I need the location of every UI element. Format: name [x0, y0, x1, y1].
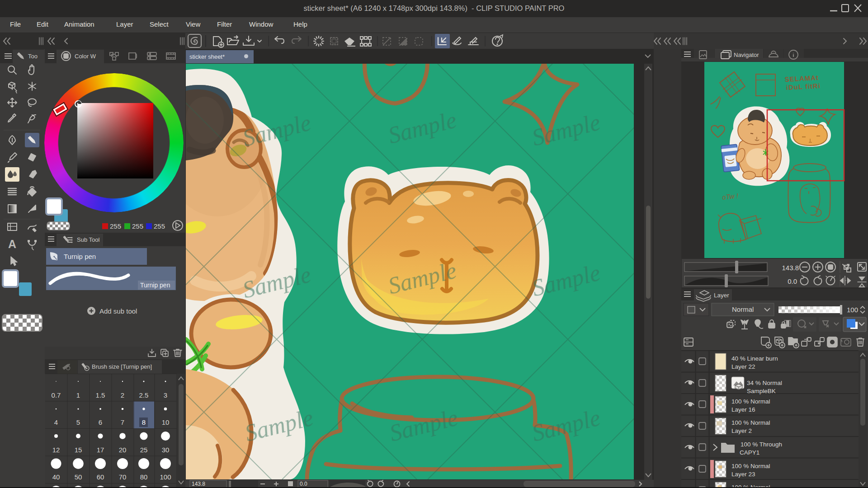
- svg-text:143.8: 143.8: [782, 264, 799, 272]
- svg-text:100: 100: [160, 473, 171, 481]
- svg-text:255: 255: [132, 222, 143, 230]
- svg-text:1: 1: [76, 391, 80, 399]
- svg-text:A: A: [8, 238, 16, 250]
- svg-text:12: 12: [52, 446, 60, 454]
- svg-text:50: 50: [75, 473, 82, 481]
- svg-text:8: 8: [142, 418, 146, 426]
- svg-text:255: 255: [154, 222, 165, 230]
- svg-text:Turnip pen: Turnip pen: [140, 282, 170, 289]
- svg-text:100 % Normal: 100 % Normal: [731, 463, 770, 469]
- svg-text:Add sub tool: Add sub tool: [99, 307, 137, 315]
- svg-text:Layer 22: Layer 22: [731, 363, 755, 370]
- svg-text:Turnip pen: Turnip pen: [64, 253, 96, 260]
- svg-text:80: 80: [140, 473, 148, 481]
- svg-text:15: 15: [75, 446, 82, 454]
- svg-text:5: 5: [76, 418, 80, 426]
- svg-text:100: 100: [847, 306, 858, 314]
- svg-text:2.5: 2.5: [139, 391, 149, 399]
- svg-text:Layer 23: Layer 23: [731, 471, 755, 478]
- svg-text:30: 30: [162, 446, 170, 454]
- svg-text:Navigator: Navigator: [734, 52, 759, 58]
- svg-text:0.7: 0.7: [52, 391, 61, 399]
- svg-text:2: 2: [121, 391, 124, 399]
- svg-text:CAPY1: CAPY1: [740, 449, 760, 456]
- svg-text:Sub Tool: Sub Tool: [77, 236, 99, 243]
- svg-text:Sample: Sample: [529, 109, 603, 150]
- svg-text:4: 4: [54, 418, 58, 426]
- svg-text:Brush size [Turnip pen]: Brush size [Turnip pen]: [92, 363, 152, 370]
- svg-text:17: 17: [97, 446, 104, 454]
- svg-text:Layer: Layer: [714, 292, 729, 299]
- svg-text:7: 7: [121, 418, 124, 426]
- svg-text:Sample: Sample: [387, 404, 460, 446]
- svg-text:1.5: 1.5: [96, 391, 105, 399]
- svg-text:Normal: Normal: [732, 305, 754, 313]
- svg-text:100 % Normal: 100 % Normal: [731, 398, 770, 405]
- svg-text:70: 70: [119, 473, 127, 481]
- svg-text:60: 60: [97, 473, 104, 481]
- svg-text:6: 6: [99, 418, 102, 426]
- svg-text:3: 3: [164, 391, 167, 399]
- svg-text:Sample: Sample: [386, 107, 459, 148]
- svg-text:Too: Too: [28, 53, 38, 60]
- svg-text:100 % Through: 100 % Through: [741, 441, 782, 448]
- svg-text:40: 40: [52, 473, 60, 481]
- svg-text:SampleBK: SampleBK: [747, 388, 776, 394]
- svg-text:143.8: 143.8: [192, 481, 205, 487]
- svg-text:34 % Normal: 34 % Normal: [747, 380, 782, 386]
- svg-text:100 % Normal: 100 % Normal: [731, 419, 770, 426]
- svg-text:Layer 2: Layer 2: [731, 427, 752, 434]
- svg-text:20: 20: [119, 446, 127, 454]
- svg-text:0.0: 0.0: [300, 481, 307, 487]
- svg-text:10: 10: [162, 418, 170, 426]
- svg-text:255: 255: [110, 222, 121, 230]
- svg-text:40 % Linear burn: 40 % Linear burn: [731, 355, 778, 362]
- svg-text:25: 25: [140, 446, 148, 454]
- svg-text:Layer 16: Layer 16: [731, 406, 755, 413]
- svg-text:0.0: 0.0: [788, 277, 797, 285]
